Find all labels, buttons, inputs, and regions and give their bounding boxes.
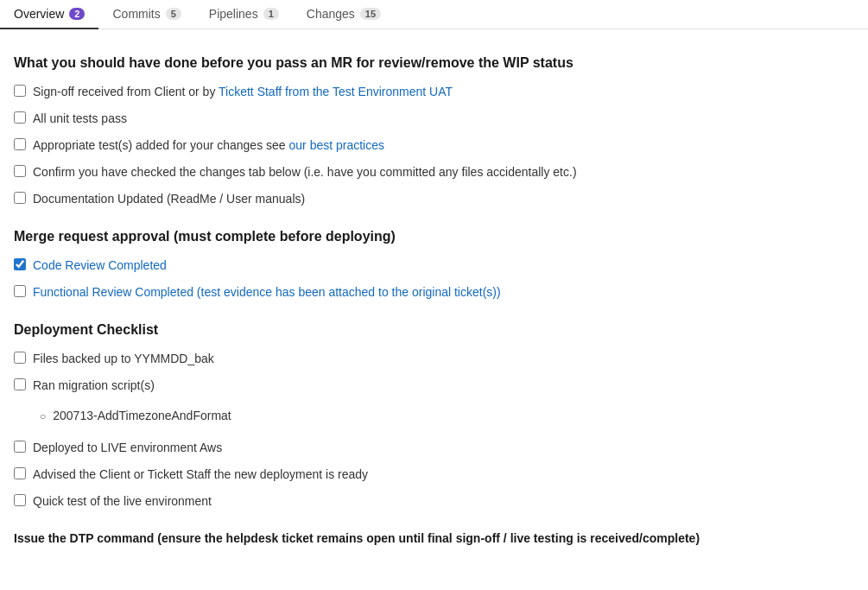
approval-checklist: Code Review Completed Functional Review …: [14, 257, 833, 301]
approval-item-1-text: Code Review Completed: [33, 257, 167, 275]
list-item: Files backed up to YYMMDD_bak: [14, 350, 833, 368]
tab-overview-badge: 2: [69, 8, 85, 20]
dep-item-5-text: Quick test of the live environment: [33, 492, 212, 511]
dep-item-3-text: Deployed to LIVE environment Aws: [33, 439, 222, 457]
tab-changes-badge: 15: [360, 8, 381, 20]
list-item: Functional Review Completed (test eviden…: [14, 283, 833, 301]
bottom-note: Issue the DTP command (ensure the helpde…: [14, 531, 833, 545]
deployment-section-heading: Deployment Checklist: [14, 322, 833, 338]
list-item: Confirm you have checked the changes tab…: [14, 163, 833, 181]
list-item: 200713-AddTimezoneAndFormat: [40, 407, 231, 425]
deployment-checklist: Files backed up to YYMMDD_bak Ran migrat…: [14, 350, 833, 511]
dep-item-2-sub1: 200713-AddTimezoneAndFormat: [53, 407, 231, 425]
tab-commits[interactable]: Commits 5: [98, 0, 194, 29]
review-item-3-link[interactable]: our best practices: [289, 138, 385, 152]
approval-section-heading: Merge request approval (must complete be…: [14, 229, 833, 244]
approval-item-2-text: Functional Review Completed (test eviden…: [33, 283, 501, 301]
tab-commits-label: Commits: [112, 7, 160, 21]
tab-changes[interactable]: Changes 15: [293, 0, 395, 29]
tab-pipelines-badge: 1: [263, 8, 279, 20]
list-item: Advised the Client or Tickett Staff the …: [14, 466, 833, 484]
review-item-5-text: Documentation Updated (ReadMe / User man…: [33, 190, 305, 208]
list-item: Sign-off received from Client or by Tick…: [14, 83, 833, 101]
approval-checkbox-2[interactable]: [14, 285, 26, 297]
dep-checkbox-4[interactable]: [14, 467, 26, 479]
main-content: What you should have done before you pas…: [0, 29, 846, 562]
tab-overview[interactable]: Overview 2: [0, 0, 98, 29]
tab-pipelines[interactable]: Pipelines 1: [195, 0, 293, 29]
list-item: Appropriate test(s) added for your chang…: [14, 136, 833, 155]
dep-item-1-text: Files backed up to YYMMDD_bak: [33, 350, 214, 368]
list-item: Documentation Updated (ReadMe / User man…: [14, 190, 833, 208]
tab-overview-label: Overview: [14, 7, 64, 21]
tab-changes-label: Changes: [307, 7, 355, 21]
list-item: Ran migration script(s) 200713-AddTimezo…: [14, 377, 833, 430]
review-item-2-text: All unit tests pass: [33, 110, 127, 128]
review-checklist: Sign-off received from Client or by Tick…: [14, 83, 833, 208]
approval-item-1-link[interactable]: Code Review Completed: [33, 258, 167, 272]
tabs-bar: Overview 2 Commits 5 Pipelines 1 Changes…: [0, 0, 868, 29]
review-item-3-text: Appropriate test(s) added for your chang…: [33, 136, 384, 155]
dep-checkbox-3[interactable]: [14, 441, 26, 453]
approval-item-2-link[interactable]: Functional Review Completed (test eviden…: [33, 285, 501, 299]
tab-pipelines-label: Pipelines: [209, 7, 258, 21]
review-item-4-text: Confirm you have checked the changes tab…: [33, 163, 577, 181]
review-section-heading: What you should have done before you pas…: [14, 55, 833, 71]
dep-item-4-text: Advised the Client or Tickett Staff the …: [33, 466, 368, 484]
approval-checkbox-1[interactable]: [14, 258, 26, 270]
tab-commits-badge: 5: [166, 8, 181, 20]
list-item: Quick test of the live environment: [14, 492, 833, 511]
review-item-1-link[interactable]: Tickett Staff from the Test Environment …: [219, 85, 453, 98]
review-checkbox-5[interactable]: [14, 192, 26, 204]
review-item-1-text: Sign-off received from Client or by Tick…: [33, 83, 453, 101]
list-item: All unit tests pass: [14, 110, 833, 128]
dep-checkbox-1[interactable]: [14, 352, 26, 364]
dep-item-2-text: Ran migration script(s): [33, 377, 155, 395]
review-checkbox-4[interactable]: [14, 165, 26, 177]
review-checkbox-1[interactable]: [14, 85, 26, 97]
list-item: Deployed to LIVE environment Aws: [14, 439, 833, 457]
list-item: Code Review Completed: [14, 257, 833, 275]
dep-checkbox-5[interactable]: [14, 494, 26, 506]
dep-checkbox-2[interactable]: [14, 378, 26, 390]
review-checkbox-2[interactable]: [14, 111, 26, 124]
review-checkbox-3[interactable]: [14, 138, 26, 150]
dep-item-2-sublist: 200713-AddTimezoneAndFormat: [40, 407, 231, 430]
